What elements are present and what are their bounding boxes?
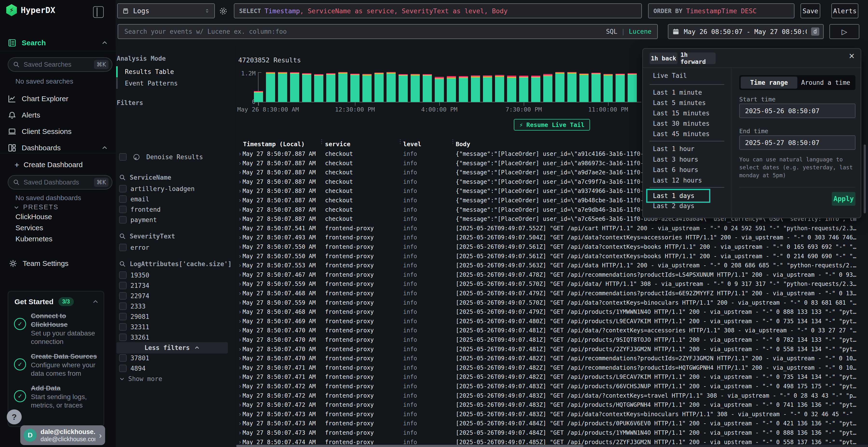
col-service[interactable]: service bbox=[325, 141, 350, 148]
histogram-bar[interactable] bbox=[338, 72, 347, 102]
table-row[interactable]: ›May 27 8:50:07.473 AMfrontend-proxyinfo… bbox=[236, 419, 868, 428]
preset-dashboard-services[interactable]: Services bbox=[16, 224, 52, 232]
date-range-picker[interactable]: d bbox=[668, 24, 824, 39]
sidebar-item-client-sessions[interactable]: Client Sessions bbox=[8, 125, 108, 138]
help-button[interactable]: ? bbox=[7, 409, 22, 424]
table-row[interactable]: ›May 27 8:50:07.559 AMfrontend-proxyinfo… bbox=[236, 279, 868, 289]
histogram-bar[interactable] bbox=[302, 73, 311, 102]
histogram-bar[interactable] bbox=[616, 74, 625, 102]
source-settings-gear-icon[interactable] bbox=[218, 6, 228, 16]
presets-section[interactable]: PRESETS bbox=[13, 204, 59, 211]
table-row[interactable]: ›May 27 8:50:07.493 AMfrontend-proxyinfo… bbox=[236, 233, 868, 242]
checkbox[interactable] bbox=[119, 292, 127, 300]
table-row[interactable]: ›May 27 8:50:07.468 AMfrontend-proxyinfo… bbox=[236, 307, 868, 317]
preset-dashboard-kubernetes[interactable]: Kubernetes bbox=[16, 235, 52, 243]
time-preset-last-1-minute[interactable]: Last 1 minute bbox=[653, 88, 702, 97]
checkbox[interactable] bbox=[119, 354, 127, 362]
end-time-input[interactable] bbox=[739, 135, 856, 150]
time-preset-last-15-minutes[interactable]: Last 15 minutes bbox=[653, 108, 710, 118]
sidebar-section-dashboards[interactable]: Dashboards bbox=[8, 142, 108, 154]
filter-option[interactable]: 4894 bbox=[119, 363, 233, 374]
table-row[interactable]: ›May 27 8:50:07.559 AMfrontend-proxyinfo… bbox=[236, 298, 868, 308]
table-row[interactable]: ›May 27 8:50:07.470 AMfrontend-proxyinfo… bbox=[236, 326, 868, 335]
histogram-bar[interactable] bbox=[591, 73, 600, 102]
checkbox[interactable] bbox=[119, 216, 127, 224]
filter-option[interactable]: payment bbox=[119, 215, 233, 225]
time-preset-last-45-minutes[interactable]: Last 45 minutes bbox=[653, 129, 710, 139]
denoise-results-toggle[interactable]: Denoise Results bbox=[119, 153, 203, 161]
date-range-input[interactable] bbox=[683, 28, 807, 36]
histogram-bar[interactable] bbox=[531, 76, 540, 102]
histogram-bar[interactable] bbox=[314, 74, 323, 102]
query-language-toggle[interactable]: SQL | Lucene bbox=[606, 28, 651, 35]
table-row[interactable]: ›May 27 8:50:07.468 AMfrontend-proxyinfo… bbox=[236, 289, 868, 298]
checkbox[interactable] bbox=[119, 185, 127, 193]
table-row[interactable]: ›May 27 8:50:07.550 AMfrontend-proxyinfo… bbox=[236, 252, 868, 261]
table-row[interactable]: ›May 27 8:50:07.472 AMfrontend-proxyinfo… bbox=[236, 400, 868, 410]
histogram-bar[interactable] bbox=[603, 74, 613, 102]
filter-option[interactable]: 19350 bbox=[119, 270, 233, 280]
checkbox[interactable] bbox=[119, 323, 127, 331]
table-row[interactable]: ›May 27 8:50:07.469 AMfrontend-proxyinfo… bbox=[236, 317, 868, 326]
checkbox[interactable] bbox=[119, 206, 127, 213]
checkbox[interactable] bbox=[119, 271, 127, 279]
table-row[interactable]: ›May 27 8:50:07.541 AMfrontend-proxyinfo… bbox=[236, 224, 868, 233]
histogram-bar[interactable] bbox=[435, 77, 444, 102]
table-row[interactable]: ›May 27 8:50:07.473 AMfrontend-proxyinfo… bbox=[236, 428, 868, 438]
histogram-bar[interactable] bbox=[628, 73, 637, 102]
tab-around-a-time[interactable]: Around a time bbox=[797, 77, 854, 89]
mode-sql[interactable]: SQL bbox=[606, 28, 617, 35]
filter-option[interactable]: frontend bbox=[119, 204, 233, 215]
table-row[interactable]: ›May 27 8:50:07.550 AMfrontend-proxyinfo… bbox=[236, 242, 868, 252]
checkbox[interactable] bbox=[119, 303, 127, 310]
save-button[interactable]: Save bbox=[801, 3, 820, 18]
checkbox[interactable] bbox=[119, 334, 127, 341]
checkbox[interactable] bbox=[119, 153, 127, 161]
sql-select-input[interactable]: SELECT Timestamp , ServiceName as servic… bbox=[234, 3, 642, 18]
filter-option[interactable]: 37801 bbox=[119, 353, 233, 363]
vertical-scrollbar[interactable] bbox=[864, 144, 866, 213]
start-time-input[interactable] bbox=[739, 104, 856, 118]
filter-option[interactable]: error bbox=[119, 242, 233, 253]
table-row[interactable]: ›May 27 8:50:07.471 AMfrontend-proxyinfo… bbox=[236, 363, 868, 373]
histogram-bar[interactable] bbox=[447, 76, 456, 102]
mode-lucene[interactable]: Lucene bbox=[629, 28, 651, 35]
col-body[interactable]: Body bbox=[456, 141, 470, 148]
histogram-bar[interactable] bbox=[326, 73, 335, 102]
histogram-bar[interactable] bbox=[399, 74, 408, 102]
get-started-item[interactable]: ✓Add DataStart sending logs, metrics, or… bbox=[14, 384, 100, 409]
table-row[interactable]: ›May 27 8:50:07.467 AMfrontend-proxyinfo… bbox=[236, 270, 868, 280]
apply-button[interactable]: Apply bbox=[832, 192, 856, 206]
time-preset-last-6-hours[interactable]: Last 6 hours bbox=[653, 165, 698, 175]
table-row[interactable]: ›May 27 8:50:07.471 AMfrontend-proxyinfo… bbox=[236, 372, 868, 382]
sidebar-item-chart-explorer[interactable]: Chart Explorer bbox=[8, 93, 108, 105]
time-preset-last-1-hour[interactable]: Last 1 hour bbox=[653, 144, 694, 153]
saved-searches-input[interactable] bbox=[23, 61, 91, 69]
preset-dashboard-clickhouse[interactable]: ClickHouse bbox=[16, 213, 52, 220]
sidebar-item-alerts[interactable]: Alerts bbox=[8, 109, 108, 122]
create-dashboard-button[interactable]: + Create Dashboard bbox=[14, 160, 106, 170]
histogram-bar[interactable] bbox=[266, 72, 275, 102]
event-search-input[interactable] bbox=[124, 28, 606, 35]
sidebar-item-team-settings[interactable]: Team Settings bbox=[9, 258, 105, 269]
histogram-bar[interactable] bbox=[519, 76, 528, 102]
filter-option[interactable]: 22974 bbox=[119, 291, 233, 301]
table-row[interactable]: ›May 27 8:50:07.470 AMfrontend-proxyinfo… bbox=[236, 335, 868, 345]
events-histogram[interactable] bbox=[254, 72, 642, 102]
checkbox[interactable] bbox=[119, 313, 127, 320]
get-started-item[interactable]: ✓Create Data SourcesConfigure where your… bbox=[14, 352, 100, 378]
collapse-sidebar-icon[interactable] bbox=[93, 6, 104, 18]
histogram-bar[interactable] bbox=[350, 74, 360, 102]
filter-option[interactable]: 2333 bbox=[119, 301, 233, 311]
histogram-bar[interactable] bbox=[483, 75, 492, 102]
table-row[interactable]: ›May 27 8:50:07.474 AMfrontend-proxyinfo… bbox=[236, 438, 868, 445]
less-filters-button[interactable]: Less filters bbox=[117, 342, 228, 353]
source-select[interactable]: Logs bbox=[117, 3, 215, 18]
checkbox[interactable] bbox=[119, 282, 127, 289]
shift-1h-back-button[interactable]: 1h back bbox=[650, 53, 678, 64]
histogram-bar[interactable] bbox=[411, 74, 420, 102]
time-preset-live-tail[interactable]: Live Tail bbox=[653, 71, 687, 80]
histogram-bar[interactable] bbox=[374, 72, 383, 102]
histogram-bar[interactable] bbox=[362, 74, 372, 102]
checkbox[interactable] bbox=[119, 244, 127, 251]
